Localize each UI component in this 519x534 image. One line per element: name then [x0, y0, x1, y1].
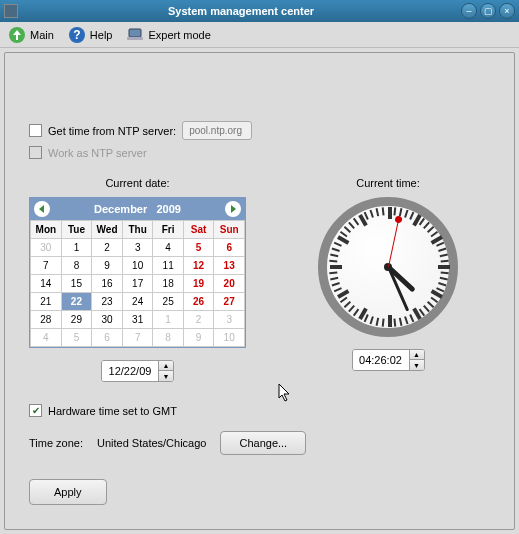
calendar-day[interactable]: 31: [122, 311, 153, 329]
date-spinner[interactable]: ▲ ▼: [101, 360, 174, 382]
calendar-day[interactable]: 6: [92, 329, 123, 347]
calendar-day[interactable]: 16: [92, 275, 123, 293]
clock-tick: [399, 318, 403, 326]
calendar-day[interactable]: 5: [61, 329, 92, 347]
calendar-year: 2009: [156, 203, 180, 215]
timezone-value: United States/Chicago: [97, 437, 206, 449]
help-label: Help: [90, 29, 113, 41]
calendar-dow: Thu: [122, 221, 153, 239]
calendar-dow: Mon: [31, 221, 62, 239]
arrow-up-icon: [8, 26, 26, 44]
clock-tick: [376, 318, 380, 326]
prev-month-button[interactable]: [34, 201, 50, 217]
main-panel: Get time from NTP server: Work as NTP se…: [4, 52, 515, 530]
calendar-day[interactable]: 11: [153, 257, 183, 275]
ntp-work-label: Work as NTP server: [48, 147, 147, 159]
calendar-day[interactable]: 8: [153, 329, 183, 347]
analog-clock: [318, 197, 458, 337]
calendar-day[interactable]: 10: [214, 329, 245, 347]
help-button[interactable]: ? Help: [68, 26, 113, 44]
clock-tick: [334, 287, 342, 292]
hw-gmt-label: Hardware time set to GMT: [48, 405, 177, 417]
clock-tick: [409, 314, 414, 322]
calendar-day[interactable]: 22: [61, 293, 92, 311]
clock-tick: [330, 254, 338, 258]
clock-tick: [441, 271, 449, 274]
main-button[interactable]: Main: [8, 26, 54, 44]
calendar-day[interactable]: 24: [122, 293, 153, 311]
clock-tick: [438, 282, 446, 286]
clock-tick: [382, 319, 385, 327]
hw-gmt-checkbox[interactable]: ✔: [29, 404, 42, 417]
time-down-button[interactable]: ▼: [410, 360, 424, 370]
calendar-day[interactable]: 4: [153, 239, 183, 257]
time-input[interactable]: [353, 350, 409, 370]
calendar-day[interactable]: 30: [31, 239, 62, 257]
calendar-day[interactable]: 10: [122, 257, 153, 275]
calendar-day[interactable]: 2: [183, 311, 213, 329]
calendar-day[interactable]: 20: [214, 275, 245, 293]
clock-tick: [440, 254, 448, 258]
calendar-day[interactable]: 12: [183, 257, 213, 275]
date-column: Current date: December 2009: [29, 177, 246, 382]
calendar-day[interactable]: 3: [122, 239, 153, 257]
calendar-day[interactable]: 23: [92, 293, 123, 311]
close-button[interactable]: ×: [499, 3, 515, 19]
calendar-day[interactable]: 6: [214, 239, 245, 257]
timezone-row: Time zone: United States/Chicago Change.…: [29, 431, 490, 455]
calendar-day[interactable]: 9: [92, 257, 123, 275]
clock-tick: [436, 242, 444, 247]
date-up-button[interactable]: ▲: [159, 361, 173, 371]
calendar-day[interactable]: 2: [92, 239, 123, 257]
calendar-day[interactable]: 27: [214, 293, 245, 311]
ntp-get-checkbox[interactable]: [29, 124, 42, 137]
laptop-icon: [126, 26, 144, 44]
clock-tick: [404, 316, 408, 324]
calendar-day[interactable]: 7: [122, 329, 153, 347]
calendar-day[interactable]: 29: [61, 311, 92, 329]
calendar-day[interactable]: 7: [31, 257, 62, 275]
calendar-day[interactable]: 5: [183, 239, 213, 257]
expert-mode-button[interactable]: Expert mode: [126, 26, 210, 44]
date-input[interactable]: [102, 361, 158, 381]
calendar-dow: Fri: [153, 221, 183, 239]
calendar-dow: Wed: [92, 221, 123, 239]
apply-button[interactable]: Apply: [29, 479, 107, 505]
ntp-work-row: Work as NTP server: [29, 146, 490, 159]
time-spinner[interactable]: ▲ ▼: [352, 349, 425, 371]
clock-tick: [427, 226, 434, 233]
calendar-day[interactable]: 30: [92, 311, 123, 329]
calendar-day[interactable]: 13: [214, 257, 245, 275]
calendar-day[interactable]: 28: [31, 311, 62, 329]
calendar-day[interactable]: 9: [183, 329, 213, 347]
calendar-day[interactable]: 25: [153, 293, 183, 311]
time-up-button[interactable]: ▲: [410, 350, 424, 360]
calendar-day[interactable]: 1: [153, 311, 183, 329]
calendar-day[interactable]: 26: [183, 293, 213, 311]
calendar-day[interactable]: 19: [183, 275, 213, 293]
calendar-day[interactable]: 3: [214, 311, 245, 329]
date-down-button[interactable]: ▼: [159, 371, 173, 381]
ntp-work-checkbox: [29, 146, 42, 159]
clock-tick: [393, 207, 396, 215]
calendar-header: December 2009: [30, 198, 245, 220]
calendar-day[interactable]: 4: [31, 329, 62, 347]
clock-tick: [441, 260, 449, 263]
current-time-header: Current time:: [286, 177, 490, 189]
minimize-button[interactable]: –: [461, 3, 477, 19]
calendar-day[interactable]: 8: [61, 257, 92, 275]
ntp-server-input[interactable]: [182, 121, 252, 140]
calendar-day[interactable]: 15: [61, 275, 92, 293]
clock-tick: [348, 305, 355, 312]
calendar-day[interactable]: 1: [61, 239, 92, 257]
next-month-button[interactable]: [225, 201, 241, 217]
calendar-day[interactable]: 18: [153, 275, 183, 293]
calendar-day[interactable]: 17: [122, 275, 153, 293]
expert-mode-label: Expert mode: [148, 29, 210, 41]
change-timezone-button[interactable]: Change...: [220, 431, 306, 455]
maximize-button[interactable]: ▢: [480, 3, 496, 19]
calendar: December 2009 MonTueWedThuFriSatSun 3012…: [29, 197, 246, 348]
calendar-day[interactable]: 14: [31, 275, 62, 293]
calendar-day[interactable]: 21: [31, 293, 62, 311]
clock-tick: [438, 265, 450, 269]
